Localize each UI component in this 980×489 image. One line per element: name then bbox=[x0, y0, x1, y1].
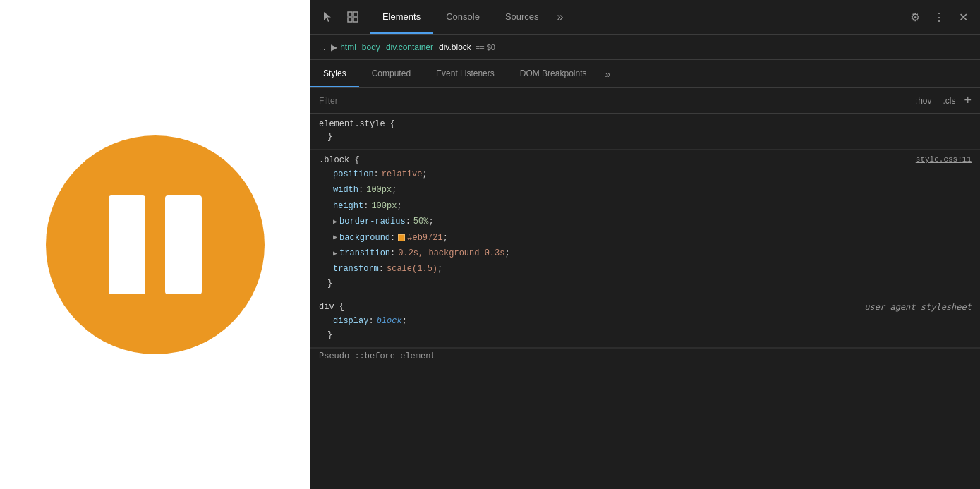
color-swatch-background[interactable] bbox=[398, 234, 405, 241]
pause-bar-left bbox=[109, 195, 145, 294]
devtools-toolbar: Elements Console Sources » ⚙ ⋮ ✕ bbox=[310, 0, 980, 35]
breadcrumb: ... ▶ html body div.container div.block … bbox=[310, 35, 980, 60]
breadcrumb-body[interactable]: body bbox=[362, 42, 380, 52]
devtools-content-area: Styles Computed Event Listeners DOM Brea… bbox=[310, 60, 980, 489]
filter-input[interactable] bbox=[319, 96, 913, 106]
prop-position: position : relative ; bbox=[319, 167, 972, 182]
tab-computed[interactable]: Computed bbox=[359, 60, 423, 87]
rule-source-block[interactable]: style.css:11 bbox=[916, 155, 972, 164]
toolbar-more-tabs[interactable]: » bbox=[552, 0, 569, 34]
add-style-btn[interactable]: + bbox=[964, 93, 972, 108]
rule-close-div-ua: } bbox=[319, 329, 972, 342]
orange-circle bbox=[46, 135, 265, 354]
rule-block: .block { style.css:11 position : relativ… bbox=[310, 150, 980, 296]
prop-height: height : 100px ; bbox=[319, 198, 972, 214]
svg-rect-1 bbox=[353, 12, 358, 16]
more-options-btn[interactable]: ⋮ bbox=[929, 7, 949, 27]
svg-rect-3 bbox=[353, 18, 358, 22]
settings-icon-btn[interactable]: ⚙ bbox=[905, 7, 925, 27]
rule-element-style: element.style { } bbox=[310, 114, 980, 150]
devtools-main-tabs: Elements Console Sources » bbox=[370, 0, 569, 34]
svg-rect-2 bbox=[348, 18, 352, 22]
pause-bar-right bbox=[165, 195, 202, 294]
toolbar-icons-left bbox=[310, 7, 370, 27]
prop-transition: ▶ transition : 0.2s, background 0.3s ; bbox=[319, 246, 972, 261]
cursor-icon-btn[interactable] bbox=[317, 7, 337, 27]
svg-rect-0 bbox=[348, 12, 352, 16]
prop-background: ▶ background : #eb9721 ; bbox=[319, 230, 972, 246]
tab-elements[interactable]: Elements bbox=[370, 0, 433, 34]
breadcrumb-active: div.block bbox=[439, 42, 471, 52]
tab-console[interactable]: Console bbox=[433, 0, 492, 34]
breadcrumb-dots: ... bbox=[319, 43, 325, 52]
close-devtools-btn[interactable]: ✕ bbox=[953, 7, 973, 27]
styles-tabs: Styles Computed Event Listeners DOM Brea… bbox=[310, 60, 980, 88]
breadcrumb-html[interactable]: html bbox=[340, 42, 356, 52]
toolbar-right-actions: ⚙ ⋮ ✕ bbox=[905, 7, 980, 27]
ua-comment: user agent stylesheet bbox=[864, 302, 972, 312]
rule-div-ua: div { user agent stylesheet display : bl… bbox=[310, 296, 980, 348]
pseudo-element-label: Pseudo ::before element bbox=[310, 348, 980, 364]
expand-background[interactable]: ▶ bbox=[333, 231, 337, 243]
rule-header-block: .block { style.css:11 bbox=[319, 155, 972, 165]
tab-event-listeners[interactable]: Event Listeners bbox=[423, 60, 507, 87]
inspect-icon-btn[interactable] bbox=[343, 7, 363, 27]
filter-actions: :hov .cls + bbox=[913, 93, 972, 108]
prop-transform: transform : scale(1.5) ; bbox=[319, 261, 972, 277]
left-panel bbox=[0, 0, 310, 489]
prop-display: display : block ; bbox=[319, 313, 972, 329]
breadcrumb-container[interactable]: div.container bbox=[386, 42, 433, 52]
devtools-panel: Elements Console Sources » ⚙ ⋮ ✕ bbox=[310, 0, 980, 489]
rule-selector-element-style: element.style { bbox=[319, 119, 395, 129]
rule-close-element-style: } bbox=[319, 131, 972, 143]
tab-sources[interactable]: Sources bbox=[492, 0, 552, 34]
rule-header-div-ua: div { user agent stylesheet bbox=[319, 302, 972, 312]
cls-btn[interactable]: .cls bbox=[940, 95, 958, 107]
rule-selector-div-ua: div { bbox=[319, 302, 344, 312]
styles-tab-more[interactable]: » bbox=[599, 60, 616, 87]
tab-styles[interactable]: Styles bbox=[310, 60, 359, 87]
styles-content[interactable]: element.style { } .block { style.css:11 … bbox=[310, 114, 980, 489]
expand-border-radius[interactable]: ▶ bbox=[333, 216, 337, 228]
filter-bar: :hov .cls + bbox=[310, 88, 980, 114]
rule-selector-block: .block { bbox=[319, 155, 360, 165]
prop-width: width : 100px ; bbox=[319, 182, 972, 198]
breadcrumb-comment: == $0 bbox=[476, 43, 495, 52]
prop-border-radius: ▶ border-radius : 50% ; bbox=[319, 214, 972, 229]
rule-close-block: } bbox=[319, 277, 972, 290]
rule-header-element-style: element.style { bbox=[319, 119, 972, 129]
tab-dom-breakpoints[interactable]: DOM Breakpoints bbox=[507, 60, 600, 87]
expand-transition[interactable]: ▶ bbox=[333, 248, 337, 260]
hov-btn[interactable]: :hov bbox=[913, 95, 935, 107]
